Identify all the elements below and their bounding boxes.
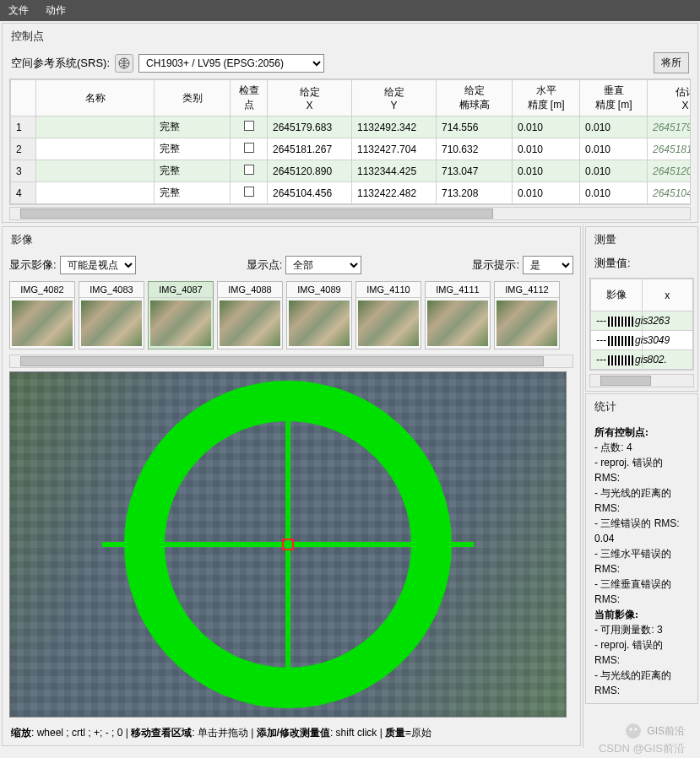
barcode-icon (608, 355, 633, 365)
control-points-panel: 控制点 空间参考系统(SRS): CH1903+ / LV95 (EPSG:20… (2, 23, 698, 223)
show-point-label: 显示点: (247, 257, 283, 273)
thumbnail-IMG_4111[interactable]: IMG_4111 (425, 281, 491, 349)
thumbnail-label: IMG_4083 (79, 282, 144, 298)
svg-point-5 (626, 723, 641, 739)
thumbnail-label: IMG_4111 (426, 282, 490, 298)
checkbox[interactable] (244, 165, 254, 175)
measurement-title: 测量 (586, 227, 697, 252)
checkbox[interactable] (244, 121, 254, 131)
srs-label: 空间参考系统(SRS): (11, 56, 110, 71)
meas-header[interactable]: 影像 (591, 279, 643, 311)
control-points-table[interactable]: 名称类别检查点给定X给定Y给定椭球高水平精度 [m]垂直精度 [m]估计X 1 … (10, 79, 691, 204)
table-row[interactable]: 3 完整 2645120.8901132344.425713.0470.0100… (11, 160, 692, 182)
stats-body: 所有控制点: - 点数: 4- reproj. 错误的 RMS:- 与光线的距离… (586, 420, 697, 703)
table-row[interactable]: ---gis 802. (591, 350, 693, 370)
show-image-select[interactable]: 可能是视点 (60, 256, 136, 274)
stats-title: 统计 (586, 394, 697, 420)
cp-header[interactable]: 类别 (155, 80, 231, 116)
show-hint-select[interactable]: 是 (523, 256, 573, 274)
crosshair-icon (68, 376, 507, 713)
barcode-icon (608, 336, 633, 346)
thumbnail-IMG_4110[interactable]: IMG_4110 (355, 281, 421, 349)
srs-picker-button[interactable] (115, 54, 133, 73)
menu-action[interactable]: 动作 (46, 4, 66, 16)
table-row[interactable]: 1 完整 2645179.6831132492.342714.5560.0100… (11, 116, 692, 138)
control-points-table-wrap: 名称类别检查点给定X给定Y给定椭球高水平精度 [m]垂直精度 [m]估计X 1 … (9, 79, 691, 205)
cp-header[interactable]: 名称 (36, 80, 155, 116)
measurement-value-label: 测量值: (594, 256, 631, 271)
images-panel: 影像 显示影像: 可能是视点 显示点: 全部 显示提示: 是 IMG_4082 … (2, 226, 581, 746)
thumbnail-label: IMG_4082 (10, 282, 74, 298)
thumbnail-label: IMG_4087 (149, 282, 213, 298)
apply-all-button[interactable]: 将所 (654, 52, 689, 73)
table-row[interactable]: ---gis 3263 (591, 311, 693, 331)
watermark-sub: CSDN @GIS前沿 (599, 741, 685, 756)
show-hint-label: 显示提示: (472, 257, 519, 273)
table-row[interactable]: 2 完整 2645181.2671132427.704710.6320.0100… (11, 138, 692, 160)
measurement-table[interactable]: 影像x ---gis 3263 ---gis 3049 ---gis 802. (590, 279, 693, 370)
cp-header[interactable]: 给定Y (352, 80, 437, 116)
show-image-label: 显示影像: (9, 257, 57, 273)
cp-header[interactable]: 检查点 (231, 80, 268, 116)
control-points-title: 控制点 (3, 24, 697, 49)
viewer-hint: 缩放: wheel ; crtl ; +; - ; 0 | 移动查看区域: 单击… (3, 721, 580, 745)
images-title: 影像 (3, 227, 580, 252)
thumbnail-IMG_4087[interactable]: IMG_4087 (148, 281, 214, 349)
table-row[interactable]: ---gis 3049 (591, 331, 693, 350)
measurement-panel: 测量 测量值: 影像x ---gis 3263 ---gis 3049 ---g… (585, 226, 698, 392)
wechat-icon (625, 723, 642, 739)
thumbnail-label: IMG_4089 (287, 282, 351, 298)
thumbnail-IMG_4083[interactable]: IMG_4083 (79, 281, 144, 349)
image-viewer[interactable] (9, 371, 567, 717)
thumbnail-strip: IMG_4082 IMG_4083 IMG_4087 IMG_4088 IMG_… (3, 278, 580, 353)
show-point-select[interactable]: 全部 (285, 256, 361, 274)
globe-icon (118, 57, 130, 69)
checkbox[interactable] (244, 143, 254, 153)
svg-point-6 (630, 728, 632, 731)
cp-header[interactable]: 给定X (268, 80, 352, 116)
menu-bar: 文件 动作 (0, 0, 700, 21)
cp-header[interactable]: 垂直精度 [m] (580, 80, 648, 116)
stats-panel: 统计 所有控制点: - 点数: 4- reproj. 错误的 RMS:- 与光线… (585, 393, 698, 704)
srs-select[interactable]: CH1903+ / LV95 (EPSG:2056) (138, 54, 324, 73)
table-row[interactable]: 4 完整 2645104.4561132422.482713.2080.0100… (11, 182, 692, 204)
barcode-icon (608, 317, 633, 327)
thumbnail-label: IMG_4088 (218, 282, 282, 298)
thumbnail-IMG_4082[interactable]: IMG_4082 (9, 281, 75, 349)
thumbnail-label: IMG_4112 (495, 282, 559, 298)
svg-point-7 (635, 728, 638, 731)
checkbox[interactable] (244, 187, 254, 197)
cp-header[interactable]: 给定椭球高 (437, 80, 513, 116)
thumbnail-IMG_4089[interactable]: IMG_4089 (286, 281, 352, 349)
measurement-hscroll[interactable] (589, 374, 694, 387)
cp-header[interactable]: 水平精度 [m] (513, 80, 580, 116)
thumbnail-IMG_4088[interactable]: IMG_4088 (217, 281, 283, 349)
cp-header[interactable]: 估计X (648, 80, 692, 116)
menu-file[interactable]: 文件 (8, 4, 29, 16)
thumbnail-label: IMG_4110 (356, 282, 421, 298)
thumbnail-IMG_4112[interactable]: IMG_4112 (494, 281, 560, 349)
control-points-hscroll[interactable] (9, 207, 691, 220)
watermark: GIS前沿 (625, 723, 685, 739)
meas-header[interactable]: x (642, 279, 693, 311)
thumbnail-hscroll[interactable] (9, 355, 573, 368)
